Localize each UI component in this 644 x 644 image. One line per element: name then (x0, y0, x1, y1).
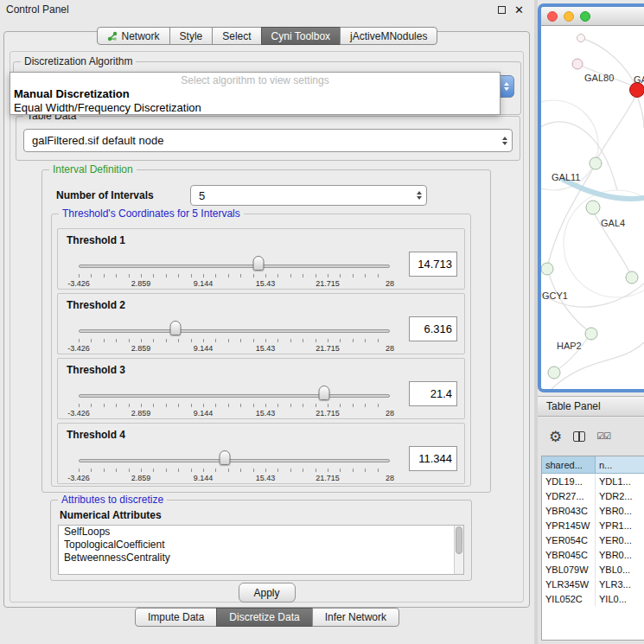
cell-name[interactable]: YIL0... (596, 591, 644, 606)
cell-shared-name[interactable]: YPR145W (542, 518, 596, 532)
cell-name[interactable]: YBR0... (596, 503, 644, 518)
threshold-4-value-field[interactable] (409, 446, 457, 471)
threshold-2-slider[interactable]: -3.4262.8599.14415.4321.71528 (79, 318, 390, 354)
num-intervals-combo[interactable]: 5 (190, 185, 427, 206)
tab-impute-data[interactable]: Impute Data (135, 608, 217, 627)
tab-discretize-data[interactable]: Discretize Data (216, 608, 312, 627)
threshold-1-value-field[interactable] (409, 252, 457, 277)
threshold-1-slider[interactable]: -3.4262.8599.14415.4321.71528 (79, 253, 390, 290)
threshold-2-label: Threshold 2 (67, 299, 125, 311)
cell-shared-name[interactable]: YER054C (542, 532, 596, 547)
apply-button[interactable]: Apply (239, 583, 296, 603)
minimize-traffic-light-icon[interactable] (564, 11, 574, 22)
tab-label: Impute Data (148, 611, 204, 623)
table-columns-icon[interactable] (573, 431, 585, 442)
node-label-ga: GA (634, 74, 644, 85)
threshold-3-slider[interactable]: -3.4262.8599.14415.4321.71528 (79, 383, 390, 419)
slider-track[interactable] (79, 394, 390, 398)
table-row[interactable]: YER054C YER0... (542, 532, 644, 547)
slider-handle[interactable] (220, 450, 231, 465)
slider-handle[interactable] (252, 256, 264, 271)
numerical-attributes-list[interactable]: SelfLoopsTopologicalCoefficientBetweenne… (58, 525, 464, 575)
table-row[interactable]: YBR045C YBR0... (542, 547, 644, 562)
settings-gear-icon[interactable]: ⚙ (549, 430, 562, 444)
tick-label: 21.715 (316, 474, 340, 482)
column-header-name[interactable]: n... (596, 456, 644, 474)
table-panel: ⚙ ☑☑ shared... n... YDL19... YDL1... YDR… (538, 418, 644, 644)
table-row[interactable]: YBL079W YBL0... (542, 562, 644, 577)
cell-shared-name[interactable]: YIL052C (542, 591, 596, 606)
cell-shared-name[interactable]: YBL079W (542, 562, 596, 577)
tick-label: 9.144 (194, 279, 214, 288)
float-window-icon[interactable] (498, 6, 506, 14)
cell-name[interactable]: YBL0... (596, 562, 644, 577)
tick-label: 15.43 (256, 344, 276, 353)
cell-name[interactable]: YDL1... (596, 474, 644, 488)
column-header-shared-name[interactable]: shared... (542, 456, 596, 474)
table-row[interactable]: YLR345W YLR3... (542, 577, 644, 591)
table-data-combo[interactable]: galFiltered.sif default node (23, 129, 513, 152)
threshold-4-slider[interactable]: -3.4262.8599.14415.4321.71528 (79, 448, 390, 484)
threshold-4-panel: Threshold 4 -3.4262.8599.14415.4321.7152… (57, 423, 465, 484)
close-traffic-light-icon[interactable] (547, 11, 558, 22)
tab-cyni-toolbox[interactable]: Cyni Toolbox (261, 27, 341, 45)
attribute-list-item[interactable]: BetweennessCentrality (59, 552, 463, 564)
scrollbar-thumb[interactable] (456, 526, 462, 554)
tab-select[interactable]: Select (212, 27, 261, 45)
node-label-gal4: GAL4 (601, 218, 625, 228)
cell-name[interactable]: YPR1... (596, 518, 644, 532)
tab-style[interactable]: Style (169, 27, 214, 45)
slider-track[interactable] (79, 265, 390, 268)
network-window-titlebar[interactable] (541, 7, 644, 26)
threshold-3-value-field[interactable] (409, 381, 457, 406)
slider-ticks (79, 274, 390, 277)
cell-shared-name[interactable]: YBR043C (542, 503, 596, 518)
tick-label: 2.859 (131, 279, 151, 288)
slider-ticks (79, 404, 390, 407)
zoom-traffic-light-icon[interactable] (580, 11, 590, 22)
cell-name[interactable]: YBR0... (596, 547, 644, 562)
cell-shared-name[interactable]: YBR045C (542, 547, 596, 562)
thresholds-group: Threshold's Coordinates for 5 Intervals … (51, 214, 471, 487)
table-rows: YDL19... YDL1... YDR27... YDR2... YBR043… (542, 474, 644, 606)
table-row[interactable]: YIL052C YIL0... (542, 591, 644, 606)
tab-network[interactable]: Network (97, 27, 170, 45)
bottom-tab-bar: Impute Data Discretize Data Infer Networ… (0, 608, 534, 627)
slider-track[interactable] (79, 459, 390, 462)
table-row[interactable]: YPR145W YPR1... (542, 518, 644, 532)
slider-handle[interactable] (169, 321, 181, 335)
slider-track[interactable] (79, 329, 390, 333)
cell-name[interactable]: YDR2... (596, 488, 644, 503)
tab-jactivemnodules[interactable]: jActiveMNodules (340, 27, 437, 45)
tab-infer-network[interactable]: Infer Network (312, 608, 399, 627)
combo-arrows-icon (502, 137, 507, 145)
tick-label: 21.715 (316, 409, 340, 418)
cell-shared-name[interactable]: YDL19... (542, 474, 596, 488)
tab-label: Discretize Data (229, 611, 299, 623)
tab-label: Style (180, 30, 203, 42)
attribute-list-item[interactable]: SelfLoops (59, 526, 463, 539)
dropdown-hint: Select algorithm to view settings (10, 73, 500, 87)
attribute-list-item[interactable]: TopologicalCoefficient (59, 539, 463, 552)
control-panel-titlebar[interactable]: Control Panel ✕ (0, 0, 534, 19)
num-intervals-label: Number of Intervals (56, 189, 154, 201)
threshold-2-value-field[interactable] (409, 316, 457, 341)
table-row[interactable]: YDL19... YDL1... (542, 474, 644, 488)
close-icon[interactable]: ✕ (514, 4, 524, 16)
cell-shared-name[interactable]: YLR345W (542, 577, 596, 591)
cell-name[interactable]: YLR3... (596, 577, 644, 591)
table-row[interactable]: YDR27... YDR2... (542, 488, 644, 503)
network-canvas[interactable]: GAL80 GA GAL11 GAL4 GCY1 HAP2 (541, 26, 644, 389)
dropdown-option-manual-discretization[interactable]: Manual Discretization (10, 87, 500, 101)
column-visibility-icon[interactable]: ☑☑ (596, 432, 610, 441)
tick-label: 9.144 (194, 344, 214, 353)
list-scrollbar[interactable] (454, 526, 463, 574)
threshold-1-panel: Threshold 1 -3.4262.8599.14415.4321.7152… (57, 228, 465, 290)
cell-shared-name[interactable]: YDR27... (542, 488, 596, 503)
table-row[interactable]: YBR043C YBR0... (542, 503, 644, 518)
dropdown-option-equal-width-frequency[interactable]: Equal Width/Frequency Discretization (10, 101, 500, 115)
slider-ticks (79, 469, 390, 472)
slider-handle[interactable] (319, 386, 330, 400)
cell-name[interactable]: YER0... (596, 532, 644, 547)
slider-tick-labels: -3.4262.8599.14415.4321.71528 (79, 474, 390, 482)
